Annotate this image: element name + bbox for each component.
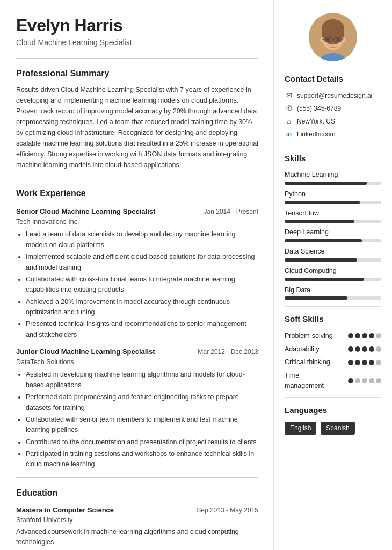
bullet-item: Lead a team of data scientists to develo…	[26, 229, 258, 250]
skill-name: TensorFlow	[285, 208, 381, 219]
job-bullets: Lead a team of data scientists to develo…	[16, 229, 258, 340]
skill-name: Data Science	[285, 247, 381, 257]
skill-item: Deep Learning	[285, 227, 381, 242]
dot	[348, 378, 353, 383]
skills-title: Skills	[285, 153, 381, 165]
skill-name: Machine Learning	[285, 170, 381, 180]
job-bullets: Assisted in developing machine learning …	[16, 370, 258, 469]
header-name: Evelyn Harris	[16, 16, 258, 35]
job-dates: Jan 2014 - Present	[204, 207, 258, 216]
bullet-item: Participated in training sessions and wo…	[26, 449, 258, 470]
soft-skill-item: Timemanagement	[285, 371, 381, 391]
skill-bar-bg	[285, 258, 381, 262]
summary-section: Professional Summary Results-driven Clou…	[16, 67, 258, 170]
edu-institution: Stanford University	[16, 515, 258, 525]
svg-point-5	[342, 37, 346, 42]
dot-empty	[376, 333, 381, 338]
language-tag-english: English	[285, 422, 316, 435]
dot-empty	[362, 378, 367, 383]
header-divider	[16, 58, 258, 59]
skill-bar-fill	[285, 258, 357, 262]
soft-skill-item: Problem-solving	[285, 331, 381, 341]
avatar-wrap	[285, 13, 381, 61]
dot	[362, 346, 367, 352]
contact-title: Contact Details	[285, 73, 381, 85]
skill-item: TensorFlow	[285, 208, 381, 223]
phone-icon: ✆	[285, 104, 293, 113]
soft-skill-item: Adaptability	[285, 344, 381, 354]
language-tags: English Spanish	[285, 422, 381, 435]
bullet-item: Contributed to the documentation and pre…	[26, 437, 258, 447]
contact-email: ✉ support@resumedesign.ai	[285, 91, 381, 100]
job-title: Senior Cloud Machine Learning Specialist	[16, 206, 155, 217]
summary-title: Professional Summary	[16, 67, 258, 80]
skill-bar-fill	[285, 239, 362, 242]
soft-skills-title: Soft Skills	[285, 313, 381, 325]
languages-section: Languages English Spanish	[285, 404, 381, 435]
soft-skill-dots	[348, 333, 381, 338]
bullet-item: Collaborated with cross-functional teams…	[26, 274, 258, 295]
dot	[369, 346, 374, 352]
soft-skills-section: Soft Skills Problem-solving Adaptability	[285, 313, 381, 390]
avatar	[309, 13, 357, 61]
dot	[355, 360, 360, 365]
skills-divider	[285, 306, 381, 307]
skill-item: Cloud Computing	[285, 266, 381, 281]
skill-bar-fill	[285, 278, 364, 281]
contact-section: Contact Details ✉ support@resumedesign.a…	[285, 73, 381, 139]
skill-name: Cloud Computing	[285, 266, 381, 276]
skill-name: Deep Learning	[285, 227, 381, 237]
dot	[369, 333, 374, 338]
header-title: Cloud Machine Learning Specialist	[16, 37, 258, 48]
language-tag-spanish: Spanish	[321, 422, 354, 435]
job-item: Senior Cloud Machine Learning Specialist…	[16, 206, 258, 340]
bullet-item: Implemented scalable and efficient cloud…	[26, 252, 258, 273]
job-title: Junior Cloud Machine Learning Specialist	[16, 346, 155, 357]
dot	[348, 346, 353, 352]
dot	[362, 333, 367, 338]
education-item: Masters in Computer Science Sep 2013 - M…	[16, 505, 258, 548]
job-item: Junior Cloud Machine Learning Specialist…	[16, 346, 258, 470]
company-name: Tech Innovations Inc.	[16, 217, 258, 227]
edu-desc: Advanced coursework in machine learning …	[16, 527, 258, 548]
skill-name: Big Data	[285, 285, 381, 295]
soft-skill-dots	[348, 378, 381, 383]
soft-skill-name: Critical thinking	[285, 357, 330, 367]
bullet-item: Presented technical insights and recomme…	[26, 319, 258, 340]
skill-bar-bg	[285, 220, 381, 223]
bullet-item: Collaborated with senior team members to…	[26, 415, 258, 436]
education-title: Education	[16, 487, 258, 500]
contact-location: ⌂ NewYork, US	[285, 117, 381, 126]
job-dates: Mar 2012 - Dec 2013	[198, 347, 258, 357]
soft-skill-dots	[348, 360, 381, 365]
dot	[362, 360, 367, 365]
education-section: Education Masters in Computer Science Se…	[16, 487, 258, 550]
summary-divider	[16, 178, 258, 178]
contact-divider	[285, 146, 381, 146]
skill-item: Data Science	[285, 247, 381, 262]
contact-linkedin-value: LinkedIn.com	[297, 129, 335, 139]
skill-bar-fill	[285, 182, 367, 185]
dot	[348, 333, 353, 338]
dot	[355, 333, 360, 338]
soft-skill-dots	[348, 346, 381, 352]
skill-item: Big Data	[285, 285, 381, 300]
skill-bar-fill	[285, 201, 360, 204]
contact-location-value: NewYork, US	[297, 117, 335, 126]
skill-bar-bg	[285, 182, 381, 185]
summary-text: Results-driven Cloud Machine Learning Sp…	[16, 84, 258, 170]
svg-point-13	[332, 43, 335, 45]
contact-linkedin: in LinkedIn.com	[285, 129, 381, 139]
dot-empty	[376, 360, 381, 365]
work-experience-title: Work Experience	[16, 187, 258, 200]
dot-empty	[376, 346, 381, 352]
skills-section: Skills Machine Learning Python TensorFlo…	[285, 153, 381, 300]
bullet-item: Achieved a 20% improvement in model accu…	[26, 297, 258, 318]
location-icon: ⌂	[285, 117, 293, 126]
company-name: DataTech Solutions	[16, 357, 258, 367]
work-experience-section: Work Experience Senior Cloud Machine Lea…	[16, 187, 258, 470]
skill-bar-fill	[285, 296, 347, 300]
contact-phone: ✆ (555) 345-6789	[285, 104, 381, 113]
dot	[369, 360, 374, 365]
skill-bar-bg	[285, 201, 381, 204]
